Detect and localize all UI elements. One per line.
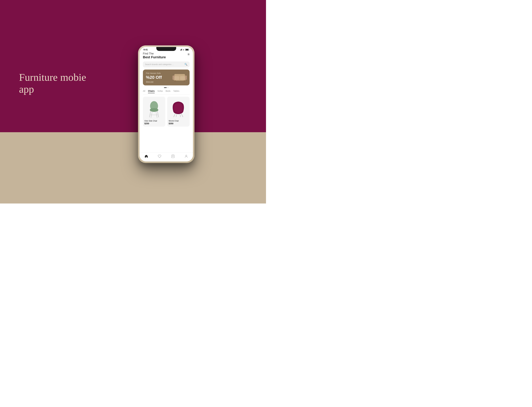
svg-point-19 bbox=[186, 155, 187, 156]
tab-tables[interactable]: Tables bbox=[173, 90, 179, 93]
product-card-oslo[interactable]: Oslo Side Chair $250 bbox=[143, 97, 165, 126]
product-card-womb[interactable]: Womb Chair $350 bbox=[167, 97, 190, 126]
promo-banner[interactable]: Fritz Hansen Sofa %20 Off Shop now bbox=[143, 70, 190, 85]
banner-shop-link[interactable]: Shop now bbox=[146, 81, 187, 83]
banner-content: Fritz Hansen Sofa %20 Off Shop now bbox=[146, 72, 187, 83]
bottom-nav bbox=[140, 152, 193, 161]
oslo-chair-image bbox=[144, 99, 164, 119]
svg-point-9 bbox=[150, 108, 158, 112]
header-main: Best Furniture bbox=[143, 55, 166, 59]
banner-brand: Fritz Hansen Sofa bbox=[146, 72, 187, 74]
svg-line-12 bbox=[151, 111, 152, 117]
category-tabs: All Chairs Sofas Beds Tables bbox=[143, 90, 190, 94]
svg-line-15 bbox=[174, 114, 175, 117]
nav-favorites[interactable] bbox=[158, 154, 161, 158]
oslo-chair-name: Oslo Side Chair bbox=[144, 120, 164, 122]
tab-sofas[interactable]: Sofas bbox=[157, 90, 163, 93]
product-grid: Oslo Side Chair $250 bbox=[143, 97, 190, 126]
oslo-chair-price: $250 bbox=[144, 122, 164, 125]
header-find: Find The bbox=[143, 52, 166, 55]
status-time: 9:41 bbox=[144, 48, 148, 51]
phone-mockup: 9:41 ▲ bbox=[138, 45, 194, 163]
womb-chair-price: $350 bbox=[169, 122, 188, 125]
status-icons: ▲ bbox=[180, 48, 189, 51]
svg-line-16 bbox=[181, 114, 183, 117]
menu-button[interactable]: ≡ bbox=[188, 52, 190, 56]
app-title: Furniture mobie app bbox=[19, 71, 86, 95]
tab-beds[interactable]: Beds bbox=[166, 90, 171, 93]
app-header: Find The Best Furniture ≡ bbox=[143, 51, 190, 59]
nav-home[interactable] bbox=[144, 154, 148, 158]
svg-line-10 bbox=[150, 111, 151, 117]
notch bbox=[156, 47, 176, 51]
womb-chair-name: Womb Chair bbox=[169, 120, 188, 122]
header-title: Find The Best Furniture bbox=[143, 52, 166, 59]
tab-all[interactable]: All bbox=[143, 90, 145, 93]
tab-chairs[interactable]: Chairs bbox=[148, 90, 155, 93]
wifi-icon: ▲ bbox=[182, 48, 184, 51]
svg-line-11 bbox=[157, 111, 159, 117]
svg-line-17 bbox=[176, 114, 177, 117]
svg-line-13 bbox=[156, 111, 157, 117]
search-bar[interactable]: Search brands and categories ... 🔍 bbox=[143, 61, 190, 67]
search-icon[interactable]: 🔍 bbox=[184, 63, 187, 66]
svg-line-18 bbox=[180, 114, 181, 117]
carousel-dots bbox=[143, 87, 190, 88]
search-input[interactable]: Search brands and categories ... bbox=[145, 63, 183, 65]
womb-chair-image bbox=[169, 99, 188, 119]
banner-discount: %20 Off bbox=[146, 75, 187, 80]
nav-profile[interactable] bbox=[184, 154, 188, 158]
battery-icon bbox=[185, 49, 189, 51]
nav-cart[interactable] bbox=[171, 154, 175, 158]
